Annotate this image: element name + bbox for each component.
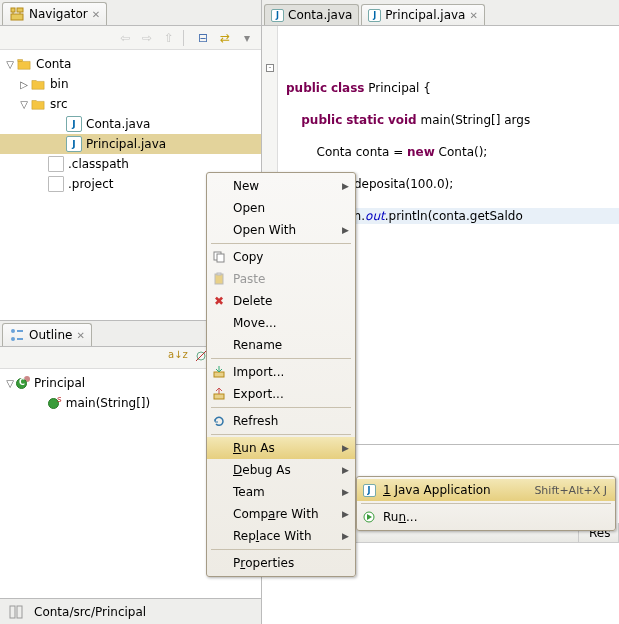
menu-open-with[interactable]: Open With▶: [207, 219, 355, 241]
menu-separator: [361, 503, 611, 504]
java-file-icon: J: [271, 9, 284, 22]
menu-rename[interactable]: Rename: [207, 334, 355, 356]
navigator-tabbar: Navigator ✕: [0, 0, 261, 26]
svg-rect-5: [18, 60, 22, 62]
menu-refresh[interactable]: Refresh: [207, 410, 355, 432]
svg-rect-1: [17, 8, 23, 12]
twisty-icon[interactable]: ▽: [4, 378, 16, 389]
code-line: public static void main(String[] args: [282, 112, 619, 128]
svg-rect-0: [11, 8, 15, 12]
menu-separator: [211, 549, 351, 550]
svg-rect-17: [217, 273, 221, 275]
menu-team[interactable]: Team▶: [207, 481, 355, 503]
outline-tab[interactable]: Outline ✕: [2, 323, 92, 346]
tree-file-principal[interactable]: ▷ J Principal.java: [0, 134, 261, 154]
tree-label: bin: [50, 77, 69, 91]
svg-rect-15: [217, 254, 224, 262]
menu-export[interactable]: Export...: [207, 383, 355, 405]
link-editor-icon[interactable]: ⇄: [217, 30, 233, 46]
close-icon[interactable]: ✕: [469, 10, 477, 21]
svg-rect-8: [17, 330, 23, 332]
class-icon: [16, 378, 27, 389]
tree-folder-bin[interactable]: ▷ bin: [0, 74, 261, 94]
svg-rect-2: [11, 14, 23, 20]
folder-icon: [30, 76, 46, 92]
java-file-icon: J: [66, 136, 82, 152]
refresh-icon: [211, 413, 227, 429]
code-line: public class Principal {: [282, 80, 619, 96]
status-path: Conta/src/Principal: [34, 605, 146, 619]
menu-move[interactable]: Move...: [207, 312, 355, 334]
delete-icon: ✖: [211, 293, 227, 309]
run-as-submenu: J 1 Java Application Shift+Alt+X J Run..…: [356, 476, 616, 531]
svg-rect-12: [10, 606, 15, 618]
run-icon: [361, 509, 377, 525]
folder-icon: [30, 96, 46, 112]
tree-file-classpath[interactable]: ▷ .classpath: [0, 154, 261, 174]
menu-open[interactable]: Open: [207, 197, 355, 219]
submenu-arrow-icon: ▶: [342, 181, 349, 191]
status-icon: [8, 604, 24, 620]
shortcut-label: Shift+Alt+X J: [534, 484, 607, 497]
menu-replace-with[interactable]: Replace With▶: [207, 525, 355, 547]
java-app-icon: J: [361, 482, 377, 498]
menu-debug-as[interactable]: Debug As▶: [207, 459, 355, 481]
code-line: Conta conta = new Conta();: [282, 144, 619, 160]
navigator-icon: [9, 6, 25, 22]
menu-separator: [211, 243, 351, 244]
outline-label: main(String[]): [66, 396, 151, 410]
outline-title: Outline: [29, 328, 72, 342]
up-icon: ⇧: [161, 30, 177, 46]
editor-tab-principal[interactable]: J Principal.java ✕: [361, 4, 484, 25]
menu-run-as[interactable]: Run As▶: [207, 437, 355, 459]
menu-import[interactable]: Import...: [207, 361, 355, 383]
menu-properties[interactable]: Properties: [207, 552, 355, 574]
submenu-arrow-icon: ▶: [342, 465, 349, 475]
tree-label: Conta.java: [86, 117, 150, 131]
twisty-icon[interactable]: ▷: [18, 79, 30, 90]
submenu-run[interactable]: Run...: [357, 506, 615, 528]
tree-label: .classpath: [68, 157, 129, 171]
copy-icon: [211, 249, 227, 265]
menu-copy[interactable]: Copy: [207, 246, 355, 268]
navigator-tab[interactable]: Navigator ✕: [2, 2, 107, 25]
menu-delete[interactable]: ✖Delete: [207, 290, 355, 312]
context-menu: New▶ Open Open With▶ Copy Paste ✖Delete …: [206, 172, 356, 577]
submenu-arrow-icon: ▶: [342, 509, 349, 519]
twisty-icon[interactable]: ▽: [4, 59, 16, 70]
menu-paste: Paste: [207, 268, 355, 290]
svg-rect-13: [17, 606, 22, 618]
menu-separator: [211, 358, 351, 359]
java-file-icon: J: [66, 116, 82, 132]
tree-label: Conta: [36, 57, 71, 71]
submenu-arrow-icon: ▶: [342, 443, 349, 453]
close-icon[interactable]: ✕: [76, 330, 84, 341]
tab-label: Conta.java: [288, 8, 352, 22]
import-icon: [211, 364, 227, 380]
export-icon: [211, 386, 227, 402]
outline-icon: [9, 327, 25, 343]
svg-rect-19: [214, 394, 224, 399]
twisty-icon[interactable]: ▽: [18, 99, 30, 110]
tree-file-conta[interactable]: ▷ J Conta.java: [0, 114, 261, 134]
tree-project[interactable]: ▽ Conta: [0, 54, 261, 74]
submenu-arrow-icon: ▶: [342, 531, 349, 541]
close-icon[interactable]: ✕: [92, 9, 100, 20]
editor-tab-conta[interactable]: J Conta.java: [264, 4, 359, 25]
menu-compare-with[interactable]: Compare With▶: [207, 503, 355, 525]
java-file-icon: J: [368, 9, 381, 22]
forward-icon: ⇨: [139, 30, 155, 46]
sort-icon[interactable]: a↓z: [168, 349, 188, 366]
status-bar: Conta/src/Principal: [0, 598, 261, 624]
menu-new[interactable]: New▶: [207, 175, 355, 197]
collapse-all-icon[interactable]: ⊟: [195, 30, 211, 46]
outline-label: Principal: [34, 376, 85, 390]
view-menu-icon[interactable]: ▾: [239, 30, 255, 46]
tree-folder-src[interactable]: ▽ src: [0, 94, 261, 114]
tree-label: .project: [68, 177, 113, 191]
tree-label: Principal.java: [86, 137, 166, 151]
submenu-java-application[interactable]: J 1 Java Application Shift+Alt+X J: [357, 479, 615, 501]
menu-separator: [211, 407, 351, 408]
paste-icon: [211, 271, 227, 287]
project-icon: [16, 56, 32, 72]
